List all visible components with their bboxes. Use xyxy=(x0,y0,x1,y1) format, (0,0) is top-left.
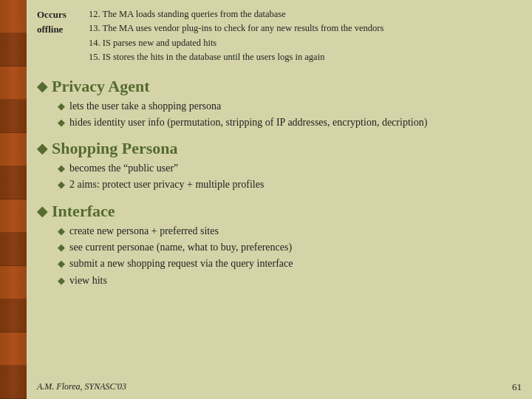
interface-subitems: ◆ create new persona + preferred sites ◆… xyxy=(58,224,519,288)
slide: Occurs offline 12. The MA loads standing… xyxy=(0,0,532,399)
list-item: ◆ submit a new shopping request via the … xyxy=(58,256,519,271)
bar-segment xyxy=(0,166,27,200)
privacy-agent-subitems: ◆ lets the user take a shopping persona … xyxy=(58,99,519,131)
footer: A.M. Florea, SYNASC'03 61 xyxy=(27,381,532,393)
occurs-label: Occurs offline xyxy=(37,7,83,65)
bar-segment xyxy=(0,66,27,100)
sub-bullet-icon: ◆ xyxy=(58,257,65,271)
left-bar xyxy=(0,0,27,399)
list-item: ◆ lets the user take a shopping persona xyxy=(58,99,519,114)
bar-segment xyxy=(0,33,27,66)
sub-bullet-icon: ◆ xyxy=(58,100,65,114)
sub-bullet-icon: ◆ xyxy=(58,178,65,192)
bar-segment xyxy=(0,133,27,166)
occurs-section: Occurs offline 12. The MA loads standing… xyxy=(37,7,519,69)
occurs-item: 15. IS stores the hits in the database u… xyxy=(89,50,383,64)
page-number: 61 xyxy=(512,381,522,393)
sub-bullet-icon: ◆ xyxy=(58,162,65,176)
bar-segment xyxy=(0,366,27,399)
bar-segment xyxy=(0,266,27,299)
list-item: ◆ see current personae (name, what to bu… xyxy=(58,240,519,255)
list-item: ◆ view hits xyxy=(58,273,519,288)
occurs-list: 12. The MA loads standing queries from t… xyxy=(89,7,383,65)
list-item: ◆ hides identity user info (permutation,… xyxy=(58,115,519,130)
bar-segment xyxy=(0,233,27,266)
bar-segment xyxy=(0,0,27,33)
section-bullet-icon: ◆ xyxy=(37,203,47,219)
bar-segment xyxy=(0,200,27,233)
privacy-agent-section: ◆ Privacy Agent ◆ lets the user take a s… xyxy=(37,77,519,132)
shopping-persona-title: ◆ Shopping Persona xyxy=(37,139,519,158)
sub-bullet-icon: ◆ xyxy=(58,116,65,130)
shopping-persona-subitems: ◆ becomes the “public user” ◆ 2 aims: pr… xyxy=(58,161,519,193)
occurs-item: 12. The MA loads standing queries from t… xyxy=(89,7,383,21)
list-item: ◆ 2 aims: protect user privacy + multipl… xyxy=(58,177,519,192)
main-content: Occurs offline 12. The MA loads standing… xyxy=(27,0,532,399)
interface-section: ◆ Interface ◆ create new persona + prefe… xyxy=(37,202,519,290)
section-bullet-icon: ◆ xyxy=(37,78,47,95)
interface-title: ◆ Interface xyxy=(37,202,519,221)
bar-segment xyxy=(0,100,27,133)
sub-bullet-icon: ◆ xyxy=(58,241,65,255)
occurs-item: 13. The MA uses vendor plug-ins to check… xyxy=(89,21,383,35)
list-item: ◆ create new persona + preferred sites xyxy=(58,224,519,239)
section-bullet-icon: ◆ xyxy=(37,140,47,157)
sub-bullet-icon: ◆ xyxy=(58,225,65,239)
list-item: ◆ becomes the “public user” xyxy=(58,161,519,176)
shopping-persona-section: ◆ Shopping Persona ◆ becomes the “public… xyxy=(37,139,519,194)
occurs-item: 14. IS parses new and updated hits xyxy=(89,36,383,50)
bar-segment xyxy=(0,299,27,332)
privacy-agent-title: ◆ Privacy Agent xyxy=(37,77,519,96)
footer-author: A.M. Florea, SYNASC'03 xyxy=(37,381,126,393)
sub-bullet-icon: ◆ xyxy=(58,274,65,288)
bar-segment xyxy=(0,332,27,366)
